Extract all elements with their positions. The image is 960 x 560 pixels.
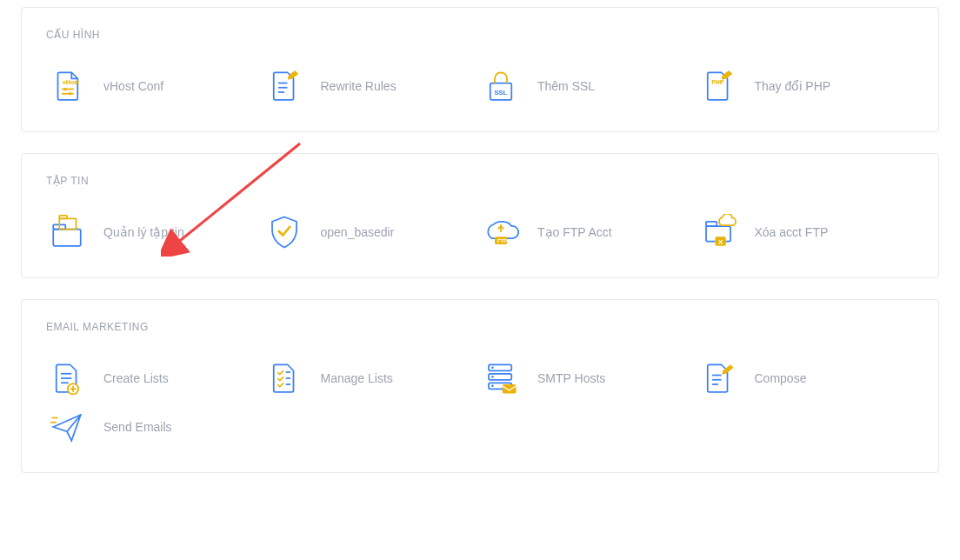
panel-cau-hinh: CẤU HÌNH vHost vHost Conf <box>21 7 939 132</box>
item-quan-ly-tap-tin[interactable]: Quản lý tập tin <box>46 211 263 253</box>
svg-text:FTP: FTP <box>497 237 508 243</box>
items-grid: vHost vHost Conf Rewrite Rules <box>46 65 914 114</box>
items-grid: Create Lists Manage Lists <box>46 357 914 455</box>
item-label: Compose <box>755 371 807 385</box>
create-lists-icon <box>46 357 88 399</box>
file-manager-icon <box>46 211 88 253</box>
svg-rect-36 <box>503 384 517 394</box>
svg-text:PHP: PHP <box>711 79 724 85</box>
item-label: Thêm SSL <box>537 79 595 93</box>
item-label: Create Lists <box>103 371 169 385</box>
vhost-conf-icon: vHost <box>46 65 88 107</box>
svg-point-33 <box>491 376 494 378</box>
item-vhost-conf[interactable]: vHost vHost Conf <box>46 65 263 107</box>
item-label: Send Emails <box>103 420 172 434</box>
smtp-hosts-icon <box>480 357 522 399</box>
item-send-emails[interactable]: Send Emails <box>46 406 263 448</box>
svg-point-4 <box>69 92 72 96</box>
item-label: open_basedir <box>321 225 395 239</box>
panel-tap-tin: TẬP TIN Quản lý tập tin open_basedir <box>21 153 939 278</box>
item-label: Quản lý tập tin <box>103 225 184 239</box>
svg-point-35 <box>491 384 494 387</box>
item-smtp-hosts[interactable]: SMTP Hosts <box>480 357 697 399</box>
svg-text:X: X <box>718 238 723 246</box>
item-tao-ftp-acct[interactable]: FTP Tạo FTP Acct <box>480 211 697 253</box>
item-rewrite-rules[interactable]: Rewrite Rules <box>263 65 481 107</box>
svg-text:SSL: SSL <box>494 89 507 97</box>
item-manage-lists[interactable]: Manage Lists <box>263 357 481 399</box>
item-open-basedir[interactable]: open_basedir <box>263 211 481 253</box>
panel-title: CẤU HÌNH <box>46 29 914 41</box>
ftp-create-icon: FTP <box>480 211 522 253</box>
items-grid: Quản lý tập tin open_basedir FTP Tạo <box>46 211 914 260</box>
item-compose[interactable]: Compose <box>697 357 915 399</box>
open-basedir-icon <box>263 211 305 253</box>
panel-email-marketing: EMAIL MARKETING Create Lists <box>21 299 939 473</box>
item-label: Rewrite Rules <box>321 79 397 93</box>
svg-text:vHost: vHost <box>63 79 80 85</box>
item-thay-doi-php[interactable]: PHP Thay đổi PHP <box>697 65 915 107</box>
item-create-lists[interactable]: Create Lists <box>46 357 263 399</box>
item-them-ssl[interactable]: SSL Thêm SSL <box>480 65 697 107</box>
svg-rect-14 <box>59 216 67 219</box>
item-label: Manage Lists <box>321 371 393 385</box>
panel-title: TẬP TIN <box>46 175 914 187</box>
item-label: Thay đổi PHP <box>755 79 831 93</box>
item-label: SMTP Hosts <box>537 371 605 385</box>
item-label: vHost Conf <box>103 79 163 93</box>
ftp-delete-icon: X <box>697 211 739 253</box>
manage-lists-icon <box>263 357 305 399</box>
rewrite-rules-icon <box>263 65 305 107</box>
item-label: Xóa acct FTP <box>755 225 829 239</box>
php-icon: PHP <box>697 65 739 107</box>
item-label: Tạo FTP Acct <box>537 225 612 239</box>
item-xoa-acct-ftp[interactable]: X Xóa acct FTP <box>697 211 915 253</box>
svg-rect-18 <box>706 222 717 226</box>
svg-point-2 <box>64 88 68 91</box>
svg-point-31 <box>491 366 494 369</box>
svg-rect-11 <box>53 230 81 246</box>
panel-title: EMAIL MARKETING <box>46 321 914 333</box>
send-emails-icon <box>46 406 88 448</box>
compose-icon <box>697 357 739 399</box>
ssl-icon: SSL <box>480 65 522 107</box>
